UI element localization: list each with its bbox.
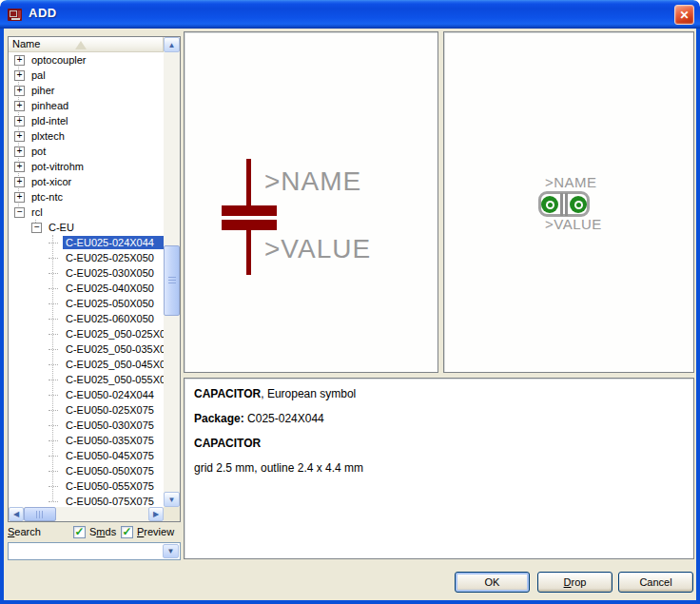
- package-pad-left: [541, 196, 558, 213]
- tree-item[interactable]: C-EU025-030X050: [9, 265, 164, 281]
- expand-icon[interactable]: +: [14, 192, 25, 203]
- tree-item[interactable]: −C-EU: [9, 220, 164, 235]
- tree-item[interactable]: +pot-vitrohm: [9, 159, 164, 174]
- package-pad-right: [570, 196, 587, 213]
- drop-button-label: Drop: [564, 576, 587, 588]
- tree-item[interactable]: +pot-xicor: [9, 174, 164, 189]
- tree-item[interactable]: +piher: [9, 83, 164, 98]
- cancel-button[interactable]: Cancel: [618, 572, 693, 593]
- capacitor-plate-top: [222, 205, 277, 216]
- tree-branch-stub: [49, 478, 63, 494]
- tree-horizontal-scrollbar[interactable]: ◀ ▶: [9, 507, 164, 521]
- expand-icon[interactable]: +: [14, 146, 25, 157]
- expand-icon[interactable]: +: [14, 55, 25, 66]
- tree-item[interactable]: +plxtech: [9, 128, 164, 144]
- window-title: ADD: [29, 6, 57, 20]
- drop-button[interactable]: Drop: [537, 572, 612, 593]
- package-name-placeholder: >NAME: [545, 174, 597, 190]
- tree-item[interactable]: C-EU050-024X044: [9, 387, 164, 402]
- search-combobox[interactable]: ▼: [8, 542, 181, 560]
- vertical-scrollbar-thumb[interactable]: [164, 245, 180, 316]
- tree-item[interactable]: C-EU050-075X075: [9, 494, 164, 507]
- smds-checkbox[interactable]: ✓: [73, 526, 86, 538]
- tree-item[interactable]: C-EU025_050-045X0: [9, 357, 164, 372]
- tree-item[interactable]: C-EU050-025X075: [9, 402, 164, 418]
- tree-item[interactable]: C-EU025-060X050: [9, 311, 164, 326]
- tree-item-label: pal: [29, 68, 49, 82]
- tree-item[interactable]: C-EU025-050X050: [9, 296, 164, 311]
- smds-checkbox-label[interactable]: Smds: [89, 526, 116, 537]
- title-bar[interactable]: ADD ✕: [0, 0, 700, 29]
- tree-item-label: C-EU050-030X075: [63, 419, 157, 432]
- pad-hole: [546, 201, 554, 209]
- scroll-left-button[interactable]: ◀: [9, 507, 24, 521]
- tree-item-label: pinhead: [29, 99, 71, 112]
- tree-branch-stub: [49, 387, 63, 402]
- tree-item-label: piher: [29, 84, 57, 97]
- tree-item[interactable]: +pld-intel: [9, 113, 164, 128]
- capacitor-pin-bottom: [246, 230, 251, 275]
- preview-checkbox[interactable]: ✓: [121, 526, 133, 538]
- description-line: grid 2.5 mm, outline 2.4 x 4.4 mm: [194, 461, 684, 475]
- tree-item[interactable]: C-EU050-045X075: [9, 448, 164, 463]
- ok-button[interactable]: OK: [455, 572, 530, 593]
- tree-item[interactable]: +ptc-ntc: [9, 189, 164, 205]
- tree-branch-stub: [49, 341, 63, 357]
- tree-item[interactable]: +optocoupler: [9, 52, 164, 68]
- window-border-right: [696, 29, 700, 604]
- package-preview-panel: >NAME >VALUE: [443, 31, 694, 373]
- window-border-bottom: [0, 600, 700, 604]
- scroll-down-button[interactable]: ▼: [164, 492, 180, 507]
- pad-center: [548, 203, 553, 207]
- tree-item[interactable]: C-EU050-035X075: [9, 433, 164, 448]
- tree-item-label: C-EU025_050-035X0: [63, 342, 164, 356]
- expand-icon[interactable]: +: [14, 131, 25, 142]
- tree-item[interactable]: C-EU025-040X050: [9, 281, 164, 296]
- scroll-right-button[interactable]: ▶: [148, 507, 164, 521]
- collapse-icon[interactable]: −: [14, 207, 25, 218]
- tree-item[interactable]: C-EU025_050-025X0: [9, 326, 164, 341]
- tree-item[interactable]: C-EU025_050-055X0: [9, 372, 164, 387]
- expand-icon[interactable]: +: [14, 86, 25, 96]
- horizontal-scrollbar-thumb[interactable]: [24, 507, 56, 521]
- collapse-icon[interactable]: −: [31, 223, 42, 233]
- tree-item[interactable]: −rcl: [9, 205, 164, 220]
- scroll-right-icon: ▶: [153, 510, 159, 518]
- sort-ascending-icon: [75, 41, 87, 49]
- tree-item[interactable]: C-EU025-024X044: [9, 235, 164, 250]
- package-value-placeholder: >VALUE: [545, 216, 602, 232]
- preview-checkbox-label[interactable]: Preview: [137, 526, 174, 537]
- tree-column-header-name[interactable]: Name: [9, 37, 164, 52]
- tree-branch-stub: [49, 418, 63, 433]
- tree-item[interactable]: +pal: [9, 68, 164, 83]
- tree-item-label: C-EU050-075X075: [63, 495, 157, 507]
- tree-item[interactable]: +pinhead: [9, 98, 164, 113]
- tree-item[interactable]: C-EU050-030X075: [9, 418, 164, 433]
- tree-item[interactable]: C-EU025-025X050: [9, 250, 164, 265]
- expand-icon[interactable]: +: [14, 162, 25, 172]
- tree-item-label: C-EU: [46, 221, 77, 234]
- tree-item-label: C-EU025-060X050: [63, 312, 157, 325]
- expand-icon[interactable]: +: [14, 101, 25, 111]
- tree-branch-stub: [49, 235, 63, 250]
- tree-item[interactable]: C-EU025_050-035X0: [9, 341, 164, 357]
- combobox-dropdown-button[interactable]: ▼: [163, 544, 179, 558]
- symbol-preview-panel: >NAME >VALUE: [184, 31, 438, 373]
- tree-item[interactable]: C-EU050-055X075: [9, 478, 164, 494]
- scroll-up-button[interactable]: ▲: [164, 37, 180, 52]
- expand-icon[interactable]: +: [14, 177, 25, 187]
- close-icon: ✕: [679, 9, 689, 22]
- thumb-grip: [36, 511, 45, 518]
- tree-vertical-scrollbar[interactable]: ▲ ▼: [164, 37, 180, 507]
- checkmark-icon: ✓: [74, 525, 84, 538]
- scrollbar-corner: [164, 507, 180, 521]
- tree-item[interactable]: +pot: [9, 144, 164, 159]
- tree-branch-stub: [49, 372, 63, 387]
- scroll-up-icon: ▲: [168, 41, 176, 49]
- tree-item-label: pot-vitrohm: [29, 160, 87, 173]
- expand-icon[interactable]: +: [14, 70, 25, 81]
- expand-icon[interactable]: +: [14, 116, 25, 127]
- add-dialog-icon: [8, 7, 25, 22]
- tree-item[interactable]: C-EU050-050X075: [9, 463, 164, 478]
- close-button[interactable]: ✕: [674, 5, 694, 25]
